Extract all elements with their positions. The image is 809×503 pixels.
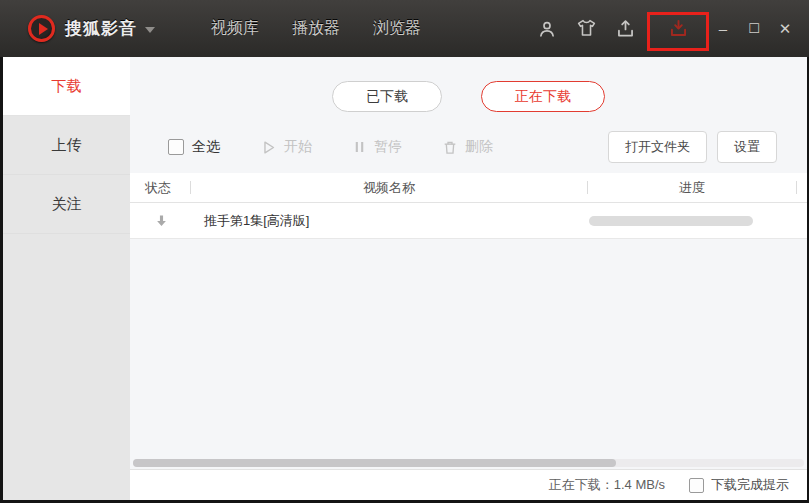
start-label: 开始 xyxy=(284,138,312,156)
pause-icon xyxy=(352,139,367,155)
settings-button[interactable]: 设置 xyxy=(717,131,777,163)
download-row[interactable]: 推手第1集[高清版] xyxy=(130,203,807,239)
download-speed-text: 正在下载：1.4 MB/s xyxy=(549,476,665,494)
window-controls: – ☐ ✕ xyxy=(715,21,809,36)
pause-button[interactable]: 暂停 xyxy=(352,138,402,156)
sidebar-item-upload[interactable]: 上传 xyxy=(3,116,130,175)
nav-browser[interactable]: 浏览器 xyxy=(373,18,421,39)
main-nav: 视频库 播放器 浏览器 xyxy=(211,18,421,39)
nav-player[interactable]: 播放器 xyxy=(292,18,340,39)
progress-bar xyxy=(589,216,753,226)
user-icon[interactable] xyxy=(536,18,558,40)
nav-video-library[interactable]: 视频库 xyxy=(211,18,259,39)
horizontal-scrollbar xyxy=(130,457,807,469)
empty-list-area xyxy=(130,239,807,457)
select-all-label: 全选 xyxy=(192,138,220,156)
close-button[interactable]: ✕ xyxy=(777,21,793,36)
notify-checkbox[interactable] xyxy=(689,478,704,493)
app-logo-icon xyxy=(28,15,55,42)
content-area: 已下载 正在下载 全选 开始 暂停 xyxy=(130,57,807,500)
toolbar: 全选 开始 暂停 删除 xyxy=(130,131,807,163)
sidebar: 下载 上传 关注 xyxy=(3,57,130,500)
app-title: 搜狐影音 xyxy=(65,17,137,40)
delete-label: 删除 xyxy=(465,138,493,156)
minimize-button[interactable]: – xyxy=(715,21,731,36)
row-video-name: 推手第1集[高清版] xyxy=(191,212,589,230)
upload-icon[interactable] xyxy=(614,18,636,40)
tab-downloading[interactable]: 正在下载 xyxy=(481,81,605,112)
skin-shirt-icon[interactable] xyxy=(575,18,597,40)
open-folder-button[interactable]: 打开文件夹 xyxy=(608,131,707,163)
app-body: 下载 上传 关注 已下载 正在下载 全选 开始 xyxy=(0,57,809,503)
titlebar: 搜狐影音 视频库 播放器 浏览器 xyxy=(0,0,809,57)
column-header-status: 状态 xyxy=(130,179,190,197)
scrollbar-thumb[interactable] xyxy=(133,459,616,467)
row-progress-cell xyxy=(589,216,807,226)
column-header-name: 视频名称 xyxy=(191,179,587,197)
download-manager-icon[interactable] xyxy=(667,18,689,40)
delete-button[interactable]: 删除 xyxy=(442,138,493,156)
column-header-progress: 进度 xyxy=(588,179,796,197)
toolbar-right: 打开文件夹 设置 xyxy=(608,131,777,163)
pause-label: 暂停 xyxy=(374,138,402,156)
play-icon xyxy=(260,139,277,156)
app-window: 搜狐影音 视频库 播放器 浏览器 xyxy=(0,0,809,503)
titlebar-icons xyxy=(536,18,703,40)
table-header: 状态 视频名称 进度 xyxy=(130,173,807,203)
statusbar: 正在下载：1.4 MB/s 下载完成提示 xyxy=(130,469,807,500)
tab-downloaded[interactable]: 已下载 xyxy=(332,81,442,112)
select-all-checkbox[interactable] xyxy=(168,139,184,155)
row-status-cell xyxy=(130,213,191,229)
trash-icon xyxy=(442,139,458,156)
start-button[interactable]: 开始 xyxy=(260,138,312,156)
select-all-group[interactable]: 全选 xyxy=(168,138,220,156)
column-separator xyxy=(796,181,797,194)
scrollbar-track[interactable] xyxy=(133,459,804,467)
download-tabs: 已下载 正在下载 xyxy=(130,81,807,112)
notify-label: 下载完成提示 xyxy=(711,476,789,494)
chevron-down-icon[interactable] xyxy=(145,27,155,33)
sidebar-item-follow[interactable]: 关注 xyxy=(3,175,130,234)
sidebar-item-download[interactable]: 下载 xyxy=(3,57,130,116)
downloading-arrow-icon xyxy=(154,213,169,229)
maximize-button[interactable]: ☐ xyxy=(746,22,762,35)
notify-group[interactable]: 下载完成提示 xyxy=(689,476,789,494)
